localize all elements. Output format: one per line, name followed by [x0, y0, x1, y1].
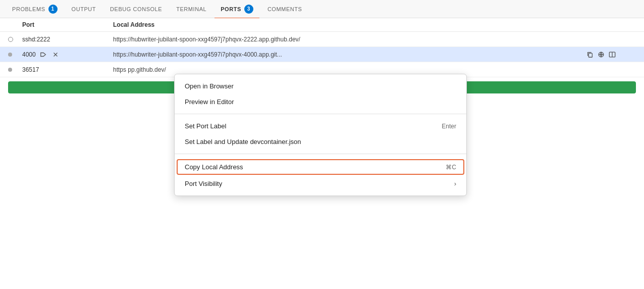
- tab-ports[interactable]: PORTS 3: [214, 1, 259, 19]
- tab-terminal[interactable]: TERMINAL: [170, 1, 212, 19]
- menu-item-set-port-label[interactable]: Set Port Label Enter: [175, 118, 466, 134]
- tab-debug-console[interactable]: DEBUG CONSOLE: [104, 1, 168, 19]
- menu-item-port-visibility-label: Port Visibility: [185, 180, 222, 187]
- menu-item-set-label-update[interactable]: Set Label and Update devcontainer.json: [175, 134, 466, 150]
- tab-ports-badge: 3: [244, 5, 253, 14]
- tab-problems-label: PROBLEMS: [12, 6, 45, 12]
- menu-item-copy-local-address-label: Copy Local Address: [185, 163, 243, 171]
- menu-item-open-browser-label: Open in Browser: [185, 82, 234, 90]
- tab-problems-badge: 1: [48, 5, 58, 14]
- menu-item-open-browser[interactable]: Open in Browser: [175, 78, 466, 94]
- tab-output-label: OUTPUT: [72, 6, 96, 12]
- tab-bar: PROBLEMS 1 OUTPUT DEBUG CONSOLE TERMINAL…: [0, 0, 644, 18]
- menu-item-preview-editor-label: Preview in Editor: [185, 98, 234, 106]
- context-menu: Open in Browser Preview in Editor Set Po…: [174, 74, 467, 196]
- panel-container: PROBLEMS 1 OUTPUT DEBUG CONSOLE TERMINAL…: [0, 0, 644, 289]
- tab-debug-console-label: DEBUG CONSOLE: [110, 6, 162, 12]
- menu-divider-1: [175, 114, 466, 114]
- menu-item-copy-local-address[interactable]: Copy Local Address ⌘C: [177, 159, 464, 175]
- context-menu-overlay: Open in Browser Preview in Editor Set Po…: [0, 18, 644, 289]
- tab-comments-label: COMMENTS: [267, 6, 302, 12]
- menu-section-2: Set Port Label Enter Set Label and Updat…: [175, 116, 466, 152]
- tab-terminal-label: TERMINAL: [176, 6, 206, 12]
- menu-item-preview-editor[interactable]: Preview in Editor: [175, 94, 466, 110]
- ports-panel-content: Port Local Address sshd:2222 https://hub…: [0, 18, 644, 289]
- menu-divider-2: [175, 154, 466, 154]
- menu-item-set-label-update-label: Set Label and Update devcontainer.json: [185, 138, 301, 146]
- chevron-right-icon: ›: [454, 180, 456, 187]
- menu-item-set-port-label-text: Set Port Label: [185, 122, 226, 130]
- menu-item-port-visibility[interactable]: Port Visibility ›: [175, 176, 466, 191]
- menu-item-copy-local-address-shortcut: ⌘C: [446, 164, 456, 171]
- tab-ports-label: PORTS: [221, 6, 241, 12]
- menu-section-3: Copy Local Address ⌘C Port Visibility ›: [175, 156, 466, 194]
- tab-comments[interactable]: COMMENTS: [261, 1, 308, 19]
- menu-section-1: Open in Browser Preview in Editor: [175, 76, 466, 112]
- menu-item-set-port-label-shortcut: Enter: [442, 123, 456, 130]
- tab-output[interactable]: OUTPUT: [66, 1, 102, 19]
- tab-problems[interactable]: PROBLEMS 1: [6, 1, 64, 19]
